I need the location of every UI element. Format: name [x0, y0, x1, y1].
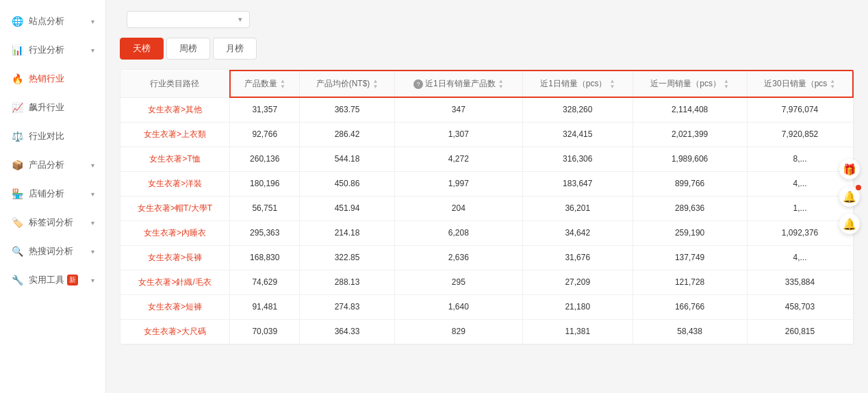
cell-month-6: 4,... — [747, 245, 853, 270]
path-link-1[interactable]: 女生衣著>上衣類 — [144, 129, 206, 139]
cell-month-9: 260,815 — [747, 319, 853, 344]
sidebar-item-store-analysis[interactable]: 🏪 店铺分析 ▾ — [0, 179, 105, 208]
cell-price-0: 363.75 — [300, 97, 394, 122]
sort-icon-week-sales[interactable]: ▲▼ — [724, 79, 729, 90]
sidebar-label-industry-analysis: 行业分析 — [29, 44, 64, 56]
cell-month-1: 7,920,852 — [747, 122, 853, 147]
cell-path-0[interactable]: 女生衣著>其他 — [120, 97, 230, 122]
path-link-2[interactable]: 女生衣著>T恤 — [149, 154, 200, 164]
path-link-7[interactable]: 女生衣著>針織/毛衣 — [138, 277, 211, 287]
sidebar-item-product-analysis[interactable]: 📦 产品分析 ▾ — [0, 151, 105, 179]
header-avg-price[interactable]: 产品均价(NT$)▲▼ — [300, 71, 394, 97]
sidebar-item-tools[interactable]: 🔧 实用工具 新 ▾ — [0, 266, 105, 294]
float-icon-bell2[interactable]: 🔔 — [839, 214, 860, 234]
float-icon-bell1[interactable]: 🔔 — [839, 186, 860, 207]
header-label-product-count: 产品数量 — [244, 79, 277, 88]
cell-count-0: 31,357 — [230, 97, 300, 122]
tab-week[interactable]: 周榜 — [166, 38, 210, 60]
path-link-4[interactable]: 女生衣著>帽T/大學T — [138, 203, 212, 213]
chevron-icon: ▾ — [91, 47, 94, 54]
cell-active-7: 295 — [394, 270, 522, 294]
cell-path-8[interactable]: 女生衣著>短褲 — [120, 294, 230, 319]
path-link-6[interactable]: 女生衣著>長褲 — [148, 253, 202, 262]
cell-month-7: 335,884 — [747, 270, 853, 294]
cell-month-0: 7,976,074 — [747, 97, 853, 122]
path-link-9[interactable]: 女生衣著>大尺碼 — [144, 327, 206, 336]
sidebar-item-hot-industry[interactable]: 🔥 热销行业 — [0, 64, 105, 93]
gift-icon: 🎁 — [843, 163, 856, 176]
sort-icon-month-sales[interactable]: ▲▼ — [830, 79, 835, 90]
chevron-icon: ▾ — [91, 219, 94, 227]
cell-active-5: 6,208 — [394, 220, 522, 245]
cell-count-6: 168,830 — [230, 245, 300, 270]
sort-icon-product-count[interactable]: ▲▼ — [280, 79, 285, 90]
cell-path-1[interactable]: 女生衣著>上衣類 — [120, 122, 230, 147]
tab-month[interactable]: 月榜 — [213, 38, 257, 60]
sort-icon-day-sales[interactable]: ▲▼ — [610, 79, 615, 90]
table-row: 女生衣著>內睡衣295,363214.186,20834,642259,1901… — [120, 220, 853, 245]
float-icon-gift[interactable]: 🎁 — [839, 159, 860, 179]
chevron-icon: ▾ — [91, 190, 94, 198]
cell-active-4: 204 — [394, 196, 522, 220]
cell-active-2: 4,272 — [394, 147, 522, 171]
sidebar-label-rising-industry: 飙升行业 — [29, 101, 64, 114]
path-link-8[interactable]: 女生衣著>短褲 — [148, 302, 202, 312]
header-product-count[interactable]: 产品数量▲▼ — [230, 71, 300, 97]
header-label-industry-path: 行业类目路径 — [150, 79, 199, 88]
header-active-products[interactable]: ?近1日有销量产品数▲▼ — [394, 71, 522, 97]
cell-active-6: 2,636 — [394, 245, 522, 270]
sidebar-icon-store-analysis: 🏪 — [11, 188, 23, 200]
sidebar-icon-search-analysis: 🔍 — [11, 245, 23, 257]
header-month-sales[interactable]: 近30日销量（pcs▲▼ — [747, 71, 853, 97]
sidebar-label-product-analysis: 产品分析 — [29, 159, 64, 171]
data-table-container[interactable]: 行业类目路径产品数量▲▼产品均价(NT$)▲▼?近1日有销量产品数▲▼近1日销量… — [120, 69, 854, 345]
path-link-3[interactable]: 女生衣著>洋裝 — [148, 179, 202, 188]
cell-active-9: 829 — [394, 319, 522, 344]
header-label-day-sales: 近1日销量（pcs） — [540, 79, 607, 88]
cell-path-9[interactable]: 女生衣著>大尺碼 — [120, 319, 230, 344]
cell-month-3: 4,... — [747, 171, 853, 196]
cell-path-5[interactable]: 女生衣著>內睡衣 — [120, 220, 230, 245]
tab-day[interactable]: 天榜 — [120, 38, 164, 60]
cell-path-2[interactable]: 女生衣著>T恤 — [120, 147, 230, 171]
tabs-container: 天榜周榜月榜 — [120, 38, 854, 60]
sidebar-item-industry-analysis[interactable]: 📊 行业分析 ▾ — [0, 36, 105, 64]
path-link-5[interactable]: 女生衣著>內睡衣 — [144, 228, 206, 238]
sidebar-item-industry-compare[interactable]: ⚖️ 行业对比 — [0, 122, 105, 151]
cell-path-3[interactable]: 女生衣著>洋裝 — [120, 171, 230, 196]
cell-path-4[interactable]: 女生衣著>帽T/大學T — [120, 196, 230, 220]
header-day-sales[interactable]: 近1日销量（pcs）▲▼ — [522, 71, 633, 97]
sidebar-icon-site-analysis: 🌐 — [11, 15, 23, 27]
header-week-sales[interactable]: 近一周销量（pcs）▲▼ — [633, 71, 747, 97]
cell-price-8: 274.83 — [300, 294, 394, 319]
cell-day-0: 328,260 — [522, 97, 633, 122]
sidebar-icon-rising-industry: 📈 — [11, 101, 23, 114]
sidebar-label-tools: 实用工具 — [29, 274, 64, 286]
table-row: 女生衣著>帽T/大學T56,751451.9420436,201289,6361… — [120, 196, 853, 220]
cell-month-2: 8,... — [747, 147, 853, 171]
sort-icon-avg-price[interactable]: ▲▼ — [372, 79, 378, 90]
category-select[interactable]: ▾ — [127, 11, 250, 28]
sidebar-item-site-analysis[interactable]: 🌐 站点分析 ▾ — [0, 7, 105, 36]
table-row: 女生衣著>T恤260,136544.184,272316,3061,989,60… — [120, 147, 853, 171]
header-label-month-sales: 近30日销量（pcs — [764, 79, 827, 88]
cell-path-7[interactable]: 女生衣著>針織/毛衣 — [120, 270, 230, 294]
sidebar-item-tag-analysis[interactable]: 🏷️ 标签词分析 ▾ — [0, 208, 105, 237]
cell-week-7: 121,728 — [633, 270, 747, 294]
cell-path-6[interactable]: 女生衣著>長褲 — [120, 245, 230, 270]
sidebar-label-store-analysis: 店铺分析 — [29, 188, 64, 200]
cell-day-5: 34,642 — [522, 220, 633, 245]
cell-week-8: 166,766 — [633, 294, 747, 319]
cell-count-8: 91,481 — [230, 294, 300, 319]
cell-day-7: 27,209 — [522, 270, 633, 294]
cell-day-3: 183,647 — [522, 171, 633, 196]
header-label-week-sales: 近一周销量（pcs） — [650, 79, 721, 88]
sidebar-item-search-analysis[interactable]: 🔍 热搜词分析 ▾ — [0, 237, 105, 266]
cell-day-2: 316,306 — [522, 147, 633, 171]
table-row: 女生衣著>大尺碼70,039364.3382911,38158,438260,8… — [120, 319, 853, 344]
path-link-0[interactable]: 女生衣著>其他 — [148, 105, 202, 114]
sort-icon-active-products[interactable]: ▲▼ — [498, 79, 504, 90]
cell-week-1: 2,021,399 — [633, 122, 747, 147]
table-row: 女生衣著>短褲91,481274.831,64021,180166,766458… — [120, 294, 853, 319]
sidebar-item-rising-industry[interactable]: 📈 飙升行业 — [0, 93, 105, 122]
